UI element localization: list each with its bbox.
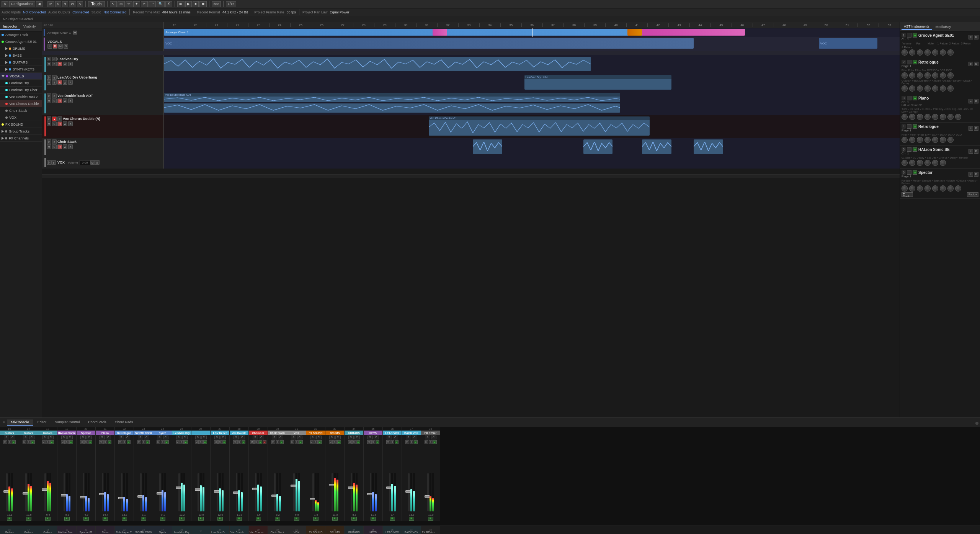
ch-btn-e-27[interactable]: e	[222, 440, 226, 444]
track-groove[interactable]: Groove Agent SE 01	[0, 38, 42, 45]
track-guitars[interactable]: GUITARS	[0, 59, 42, 66]
ch-pan-30[interactable]: C	[278, 436, 283, 439]
retrologue1-power[interactable]: ●	[913, 60, 917, 64]
track-content-vox[interactable]	[164, 156, 900, 169]
vocals-m-btn[interactable]: M	[58, 44, 63, 49]
ch-btn-e-20[interactable]: e	[88, 440, 92, 444]
track-drums[interactable]: DRUMS	[0, 45, 42, 52]
ch-fader-track-20[interactable]	[83, 473, 84, 511]
ch-rbt-26[interactable]: R	[198, 517, 204, 521]
track-vox[interactable]: VOX	[0, 114, 42, 121]
vst-tab-mediabay[interactable]: MediaBay	[933, 24, 953, 29]
vc-a[interactable]: A	[68, 121, 73, 126]
piano-knob-8[interactable]	[955, 114, 961, 120]
ch-btn-e-22[interactable]: e	[127, 440, 131, 444]
lu-s[interactable]: S	[52, 80, 57, 85]
groove-power[interactable]: ●	[913, 33, 917, 38]
ch-stereo-33[interactable]: S	[329, 436, 335, 439]
ch-btn-e-26[interactable]: e	[203, 440, 207, 444]
stop-btn[interactable]: ■	[193, 1, 198, 7]
leadvoc-dry-clip[interactable]	[164, 57, 591, 71]
arranger-expand[interactable]: ▼	[73, 31, 77, 34]
ch-track-name-20[interactable]: 20Spector 01	[77, 526, 96, 534]
ch-btn-m-33[interactable]: M	[329, 440, 333, 444]
ch-pan-24[interactable]: C	[163, 436, 168, 439]
ch-btn-s-37[interactable]: S	[410, 440, 413, 444]
rl1-knob-10[interactable]	[917, 85, 923, 92]
vocals-e-btn[interactable]: e	[47, 44, 52, 49]
ch-btn-e-32[interactable]: e	[318, 440, 322, 444]
ch-btn-m-24[interactable]: M	[157, 440, 160, 444]
ch-btn-m-17[interactable]: M	[23, 440, 26, 444]
choir-clip-2[interactable]	[583, 139, 613, 154]
tool-select[interactable]: ↖	[110, 1, 117, 7]
ch-btn-e-19[interactable]: e	[69, 440, 73, 444]
ch-track-name-36[interactable]: 36LEAD VOX	[383, 526, 402, 534]
track-content-leadvoc-dry[interactable]	[164, 55, 900, 74]
ch-pan-18[interactable]: C	[48, 436, 54, 439]
ch-pan-23[interactable]: C	[144, 436, 149, 439]
retrologue2-bypass[interactable]: B	[974, 126, 978, 131]
mixer-close[interactable]	[975, 422, 978, 425]
ch-track-name-19[interactable]: 19HALion Sonic SE 01	[57, 526, 77, 534]
ch-fader-track-27[interactable]	[217, 473, 218, 511]
lu-a[interactable]: A	[68, 80, 73, 85]
ch-btn-m-16[interactable]: M	[3, 440, 7, 444]
track-fx-ch[interactable]: FX Channels	[0, 135, 42, 142]
ch-stereo-36[interactable]: S	[387, 436, 392, 439]
rl1-knob-1[interactable]	[902, 72, 908, 79]
ch-btn-m-31[interactable]: M	[291, 440, 294, 444]
ch-btn-m-38[interactable]: M	[425, 440, 428, 444]
lv-e[interactable]: e	[52, 57, 57, 61]
mixer-tab-editor[interactable]: Editor	[34, 419, 51, 426]
piano-active[interactable]	[907, 96, 911, 100]
ch-rbt-35[interactable]: R	[371, 517, 376, 521]
lu-r[interactable]: R	[57, 80, 62, 85]
mode-r[interactable]: R	[62, 1, 69, 7]
lu-m[interactable]: M	[47, 80, 51, 85]
ch-btn-e-16[interactable]: e	[12, 440, 16, 444]
vd-s[interactable]: S	[52, 98, 57, 103]
ch-track-name-26[interactable]: 26	[191, 526, 211, 534]
record-btn[interactable]: ⏺	[199, 1, 207, 7]
vd-w[interactable]: W	[63, 98, 67, 103]
vc-e[interactable]: e	[57, 116, 62, 121]
track-arranger[interactable]: Arranger Track	[0, 31, 42, 38]
ch-btn-s-35[interactable]: S	[371, 440, 375, 444]
ch-track-name-25[interactable]: 25LeadVoc Dry	[172, 526, 191, 534]
ch-fader-track-21[interactable]	[102, 473, 103, 511]
ha-knob-4[interactable]	[924, 160, 931, 166]
ch-pan-34[interactable]: C	[354, 436, 360, 439]
ch-rbt-24[interactable]: R	[160, 517, 165, 521]
connected-label[interactable]: Connected	[72, 10, 89, 14]
ha-knob-3[interactable]	[917, 160, 923, 166]
ch-btn-m-36[interactable]: M	[386, 440, 390, 444]
piano-knob-3[interactable]	[917, 114, 923, 120]
lu-w[interactable]: W	[63, 80, 67, 85]
ch-stereo-19[interactable]: S	[61, 436, 67, 439]
piano-knob-2[interactable]	[909, 114, 915, 120]
timeline-ruler[interactable]: 19 20 21 22 23 24 25 26 27 28 29 30 31 3…	[164, 22, 900, 28]
vc-m[interactable]: M	[47, 121, 51, 126]
track-content-choir[interactable]	[164, 138, 900, 156]
ch-stereo-38[interactable]: S	[425, 436, 430, 439]
mode-s[interactable]: S	[55, 1, 61, 7]
ch-track-name-18[interactable]: 18Guitars	[38, 526, 57, 534]
track-choir[interactable]: Choir Stack	[0, 107, 42, 114]
retrologue2-active[interactable]	[907, 124, 911, 129]
ch-stereo-34[interactable]: S	[348, 436, 354, 439]
ch-stereo-29[interactable]: S	[253, 436, 258, 439]
groove-active[interactable]	[907, 33, 911, 38]
choir-clip-3[interactable]	[642, 139, 671, 154]
vst-tab-instruments[interactable]: VST Instruments	[902, 24, 932, 30]
ch-btn-s-19[interactable]: S	[65, 440, 69, 444]
ch-track-name-31[interactable]: 31VOX	[287, 526, 306, 534]
ch-fader-track-17[interactable]	[25, 473, 27, 511]
vocals-s-btn[interactable]: S	[64, 44, 68, 49]
lv-w[interactable]: W	[63, 62, 67, 66]
vd-e[interactable]: e	[52, 93, 57, 98]
ch-pan-26[interactable]: C	[201, 436, 207, 439]
tool-mute[interactable]: ✗	[165, 1, 172, 7]
piano-bypass[interactable]: B	[974, 99, 978, 103]
groove-edit[interactable]: e	[969, 35, 973, 39]
